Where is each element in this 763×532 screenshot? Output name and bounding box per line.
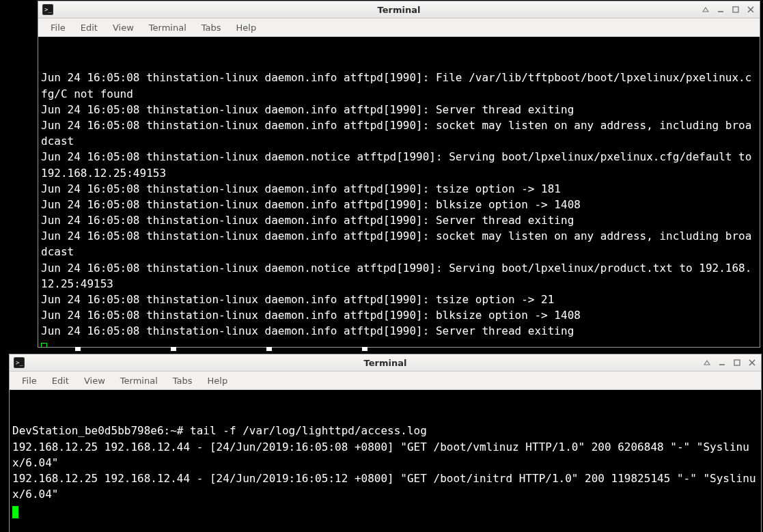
terminal-window-2: >_ Terminal File Edit View Terminal Tabs… [9,354,762,532]
log-line: Jun 24 16:05:08 thinstation-linux daemon… [41,307,757,323]
menubar: File Edit View Terminal Tabs Help [38,18,760,37]
menu-view[interactable]: View [106,20,141,36]
log-line: 192.168.12.25 192.168.12.44 - [24/Jun/20… [12,439,758,471]
terminal-app-icon: >_ [14,357,25,368]
terminal-window-1: >_ Terminal File Edit View Terminal Tabs… [38,1,760,348]
log-line: Jun 24 16:05:08 thinstation-linux daemon… [41,323,757,339]
log-line: Jun 24 16:05:08 thinstation-linux daemon… [41,197,757,212]
minimize-icon[interactable] [716,357,728,368]
svg-rect-11 [734,360,740,365]
menu-help[interactable]: Help [201,373,235,389]
log-line: Jun 24 16:05:08 thinstation-linux daemon… [41,102,757,117]
terminal-output[interactable]: DevStation_be0d5bb798e6:~# tail -f /var/… [10,390,761,532]
window-resize-handle[interactable] [38,347,759,351]
menu-view[interactable]: View [77,373,112,389]
log-line: Jun 24 16:05:08 thinstation-linux daemon… [41,70,757,101]
titlebar[interactable]: >_ Terminal [38,1,760,18]
rollup-icon[interactable] [699,4,712,15]
menu-tabs[interactable]: Tabs [195,20,228,36]
minimize-icon[interactable] [715,4,727,15]
log-line: Jun 24 16:05:08 thinstation-linux daemon… [41,260,757,292]
svg-rect-4 [733,7,738,12]
menubar: File Edit View Terminal Tabs Help [10,372,761,390]
log-line: Jun 24 16:05:08 thinstation-linux daemon… [41,228,757,260]
log-line: Jun 24 16:05:08 thinstation-linux daemon… [41,212,757,228]
maximize-icon[interactable] [730,4,742,15]
close-icon[interactable] [746,357,758,368]
terminal-output[interactable]: Jun 24 16:05:08 thinstation-linux daemon… [38,37,760,347]
svg-text:>_: >_ [44,6,52,13]
menu-tabs[interactable]: Tabs [166,373,199,389]
menu-terminal[interactable]: Terminal [142,20,193,36]
terminal-app-icon: >_ [42,4,53,15]
log-line: Jun 24 16:05:08 thinstation-linux daemon… [41,181,757,197]
window-title: Terminal [38,5,760,15]
log-line: Jun 24 16:05:08 thinstation-linux daemon… [41,149,757,180]
prompt-line: DevStation_be0d5bb798e6:~# tail -f /var/… [12,423,758,438]
log-line: Jun 24 16:05:08 thinstation-linux daemon… [41,292,757,307]
menu-help[interactable]: Help [230,20,264,36]
log-line: Jun 24 16:05:08 thinstation-linux daemon… [41,117,757,149]
cursor [12,506,18,518]
menu-edit[interactable]: Edit [74,20,105,36]
menu-terminal[interactable]: Terminal [113,373,165,389]
log-line: 192.168.12.25 192.168.12.44 - [24/Jun/20… [12,471,758,502]
menu-file[interactable]: File [44,20,72,36]
titlebar[interactable]: >_ Terminal [10,354,761,372]
rollup-icon[interactable] [701,357,713,368]
menu-file[interactable]: File [15,373,44,389]
window-title: Terminal [10,358,761,368]
menu-edit[interactable]: Edit [45,373,76,389]
close-icon[interactable] [745,4,757,15]
svg-text:>_: >_ [16,359,23,366]
maximize-icon[interactable] [731,357,743,368]
